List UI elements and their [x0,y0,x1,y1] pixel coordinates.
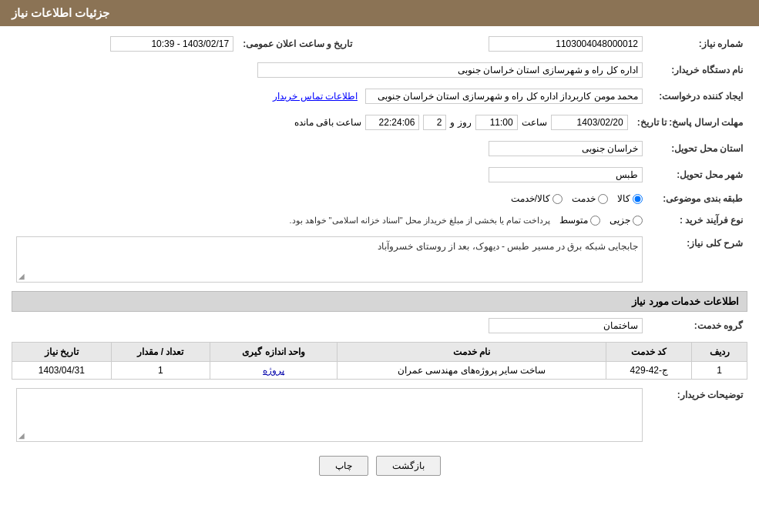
page-header: جزئیات اطلاعات نیاز [0,0,759,26]
info-table-deadline: مهلت ارسال پاسخ: تا تاریخ: 1403/02/20 سا… [12,112,747,132]
info-table-service-group: گروه خدمت: ساختمان [12,316,747,336]
purchase-jozyi-label: جزیی [610,215,630,226]
info-table-top: شماره نیاز: 1103004048000012 تاریخ و ساع… [12,34,747,54]
province-label: استان محل تحویل: [647,139,747,159]
cell-row: 1 [692,362,747,380]
cell-name: ساخت سایر پروژه‌های مهندسی عمران [337,362,606,380]
purchase-mottavasset-label: متوسط [559,215,588,226]
cell-code: ج-42-429 [606,362,692,380]
announce-date-label: تاریخ و ساعت اعلان عمومی: [238,34,368,54]
category-kala-khadamat-label: کالا/خدمت [511,193,550,204]
category-label: طبقه بندی موضوعی: [647,191,747,206]
col-date: تاریخ نیاز [12,343,112,362]
button-row: بازگشت چاپ [12,456,747,476]
city-value: طبس [489,167,643,182]
purchase-note: پرداخت تمام یا بخشی از مبلغ خریداز محل "… [289,216,550,226]
province-value: خراسان جنوبی [489,141,643,156]
buyer-notes-box: ◢ [16,388,643,442]
info-table-description: شرح کلی نیاز: جابجایی شبکه برق در مسیر ط… [12,234,747,285]
info-table-creator: ایجاد کننده درخواست: محمد مومن کاربرداز … [12,86,747,106]
category-kala-khadamat[interactable]: کالا/خدمت [511,193,563,204]
cell-date: 1403/04/31 [12,362,112,380]
buyer-notes-resize: ◢ [18,431,25,440]
purchase-jozyi-radio[interactable] [633,216,643,226]
category-khadamat[interactable]: خدمت [572,193,608,204]
contact-link[interactable]: اطلاعات تماس خریدار [273,91,358,102]
services-table: ردیف کد خدمت نام خدمت واحد اندازه گیری ت… [12,342,747,380]
deadline-time-label: ساعت [522,117,547,128]
service-group-label: گروه خدمت: [647,316,747,336]
deadline-remaining: 22:24:06 [365,115,419,130]
deadline-days: 2 [423,115,446,130]
announce-date-value: 1403/02/17 - 10:39 [110,36,233,52]
buyer-org-value: اداره کل راه و شهرسازی استان خراسان جنوب… [257,62,643,78]
category-khadamat-label: خدمت [572,193,596,204]
info-table-city: شهر محل تحویل: طبس [12,165,747,185]
info-table-buyer-notes: توضیحات خریدار: ◢ [12,386,747,444]
info-table-category: طبقه بندی موضوعی: کالا خدمت [12,191,747,206]
category-khadamat-radio[interactable] [598,194,608,204]
col-code: کد خدمت [606,343,692,362]
need-number-value: 1103004048000012 [489,36,643,52]
category-kala-label: کالا [617,193,630,204]
info-table-buyer: نام دستگاه خریدار: اداره کل راه و شهرساز… [12,60,747,80]
purchase-mottavasset[interactable]: متوسط [559,215,600,226]
services-section-header: اطلاعات خدمات مورد نیاز [12,291,747,312]
need-number-label: شماره نیاز: [647,34,747,54]
page-container: جزئیات اطلاعات نیاز شماره نیاز: 11030040… [0,0,759,532]
purchase-type-label: نوع فرآیند خرید : [647,212,747,228]
content-area: شماره نیاز: 1103004048000012 تاریخ و ساع… [0,26,759,483]
cell-qty: 1 [111,362,210,380]
creator-label: ایجاد کننده درخواست: [647,86,747,106]
col-name: نام خدمت [337,343,606,362]
back-button[interactable]: بازگشت [376,456,441,476]
resize-handle: ◢ [18,272,25,280]
purchase-mottavasset-radio[interactable] [590,216,600,226]
description-value: جابجایی شبکه برق در مسیر طبس - دیهوک، بع… [378,241,638,252]
info-table-province: استان محل تحویل: خراسان جنوبی [12,139,747,159]
col-row: ردیف [692,343,747,362]
category-kala-radio[interactable] [633,194,643,204]
col-unit: واحد اندازه گیری [210,343,338,362]
info-table-purchase-type: نوع فرآیند خرید : جزیی متوسط پرداخت تمام… [12,212,747,228]
cell-unit: پروژه [210,362,338,380]
deadline-remaining-label: ساعت باقی مانده [294,117,362,128]
purchase-jozyi[interactable]: جزیی [610,215,643,226]
category-kala-khadamat-radio[interactable] [552,194,563,204]
service-group-value: ساختمان [489,318,643,333]
deadline-date: 1403/02/20 [551,115,628,130]
description-box: جابجایی شبکه برق در مسیر طبس - دیهوک، بع… [16,236,643,283]
buyer-notes-label: توضیحات خریدار: [647,386,747,444]
col-qty: تعداد / مقدار [111,343,210,362]
table-row: 1 ج-42-429 ساخت سایر پروژه‌های مهندسی عم… [12,362,747,380]
buyer-org-label: نام دستگاه خریدار: [647,60,747,80]
creator-value: محمد مومن کاربرداز اداره کل راه و شهرساز… [365,89,643,104]
city-label: شهر محل تحویل: [647,165,747,185]
description-label: شرح کلی نیاز: [647,234,747,285]
category-kala[interactable]: کالا [617,193,643,204]
deadline-days-label: روز و [450,117,471,128]
deadline-time: 11:00 [475,115,518,130]
page-title: جزئیات اطلاعات نیاز [12,6,109,19]
deadline-label: مهلت ارسال پاسخ: تا تاریخ: [633,112,747,132]
print-button[interactable]: چاپ [319,456,368,476]
